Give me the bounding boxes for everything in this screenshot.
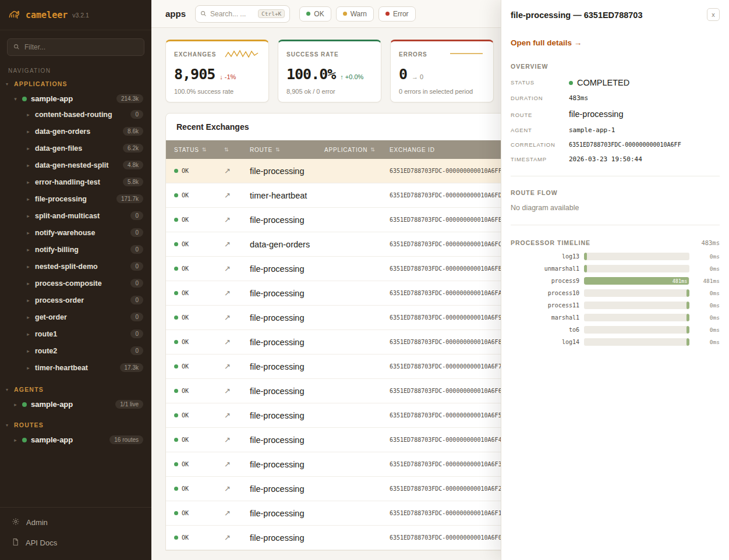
sidebar-item-process-composite[interactable]: ▸process-composite0: [0, 275, 151, 292]
filter-chip-error[interactable]: Error: [378, 6, 416, 22]
filter-chip-ok[interactable]: OK: [299, 6, 331, 22]
open-exchange-icon[interactable]: ↗: [224, 387, 250, 395]
open-exchange-icon[interactable]: ↗: [224, 240, 250, 249]
sidebar-item-process-order[interactable]: ▸process-order0: [0, 292, 151, 309]
chevron-down-icon: ▾: [13, 96, 18, 102]
search-icon: [200, 9, 207, 19]
status-label: OK: [182, 412, 189, 419]
count-badge: 5.8k: [123, 178, 143, 186]
status-cell: OK: [174, 241, 224, 247]
search-box[interactable]: Ctrl+K: [195, 5, 290, 23]
status-cell: OK: [174, 217, 224, 223]
open-exchange-icon[interactable]: ↗: [224, 313, 250, 322]
sidebar-item-nested-split-demo[interactable]: ▸nested-split-demo0: [0, 258, 151, 275]
sidebar-item-notify-billing[interactable]: ▸notify-billing0: [0, 241, 151, 258]
open-exchange-icon[interactable]: ↗: [224, 509, 250, 518]
sidebar-item-sample-app[interactable]: ▾ sample-app 214.3k: [0, 91, 151, 106]
timeline-row: log130ms: [511, 253, 720, 260]
sidebar-item-notify-warehouse[interactable]: ▸notify-warehouse0: [0, 224, 151, 241]
sidebar-item-data-gen-nested-split[interactable]: ▸data-gen-nested-split4.8k: [0, 157, 151, 173]
processor-name: process11: [511, 302, 579, 309]
search-input[interactable]: [210, 10, 254, 18]
sidebar-item-data-gen-files[interactable]: ▸data-gen-files6.2k: [0, 140, 151, 157]
sidebar-section-routes[interactable]: ▾ ROUTES: [0, 417, 151, 433]
sort-icon: ⇅: [224, 147, 229, 153]
status-label: OK: [182, 290, 189, 296]
open-exchange-icon[interactable]: ↗: [224, 460, 250, 469]
count-badge: 0: [130, 211, 143, 220]
errors-sparkline-icon: [449, 48, 485, 63]
chevron-right-icon: ▸: [26, 297, 31, 303]
status-label: OK: [182, 265, 189, 272]
open-exchange-icon[interactable]: ↗: [224, 191, 250, 200]
sidebar-item-label: timer-heartbeat: [35, 364, 116, 372]
route-name: file-processing: [250, 362, 324, 371]
open-exchange-icon[interactable]: ↗: [224, 264, 250, 273]
open-exchange-icon[interactable]: ↗: [224, 338, 250, 346]
open-exchange-icon[interactable]: ↗: [224, 484, 250, 493]
field-label: STATUS: [511, 79, 569, 86]
count-badge: 17.3k: [120, 363, 143, 372]
sidebar-item-file-processing[interactable]: ▸file-processing171.7k: [0, 190, 151, 207]
sidebar-item-label: content-based-routing: [35, 111, 126, 119]
sidebar-item-timer-heartbeat[interactable]: ▸timer-heartbeat17.3k: [0, 359, 151, 376]
card-subtext: 8,905 ok / 0 error: [286, 88, 373, 95]
sidebar-item-route2[interactable]: ▸route20: [0, 342, 151, 359]
sidebar-item-agents-sample-app[interactable]: ▸ sample-app 1/1 live: [0, 397, 151, 412]
open-exchange-icon[interactable]: ↗: [224, 411, 250, 420]
route-name: file-processing: [250, 484, 324, 494]
column-header-status[interactable]: STATUS ⇅: [174, 147, 224, 153]
sidebar-filter[interactable]: [7, 38, 144, 56]
success-rate-delta: ↑ +0.0%: [340, 73, 363, 80]
open-full-details-link[interactable]: Open full details →: [511, 38, 582, 47]
status-ok-dot: [174, 536, 178, 540]
column-header-actions[interactable]: ⇅: [224, 147, 250, 153]
count-badge: 0: [130, 228, 143, 237]
sidebar-item-content-based-routing[interactable]: ▸content-based-routing0: [0, 106, 151, 123]
timeline-row: process110ms: [511, 302, 720, 309]
duration-value: 0ms: [694, 290, 720, 296]
sidebar-item-label: error-handling-test: [35, 178, 119, 186]
status-ok-dot: [174, 462, 178, 466]
sidebar-item-routes-sample-app[interactable]: ▸ sample-app 16 routes: [0, 433, 151, 447]
timeline-track: [584, 253, 689, 260]
gear-icon: [12, 518, 20, 527]
open-exchange-icon[interactable]: ↗: [224, 166, 250, 175]
timeline-bar: [686, 326, 689, 334]
routes-app-name: sample-app: [31, 435, 105, 444]
duration-value: 0ms: [694, 314, 720, 321]
api-docs-link[interactable]: API Docs: [0, 533, 151, 553]
chevron-right-icon: ▸: [26, 314, 31, 320]
open-exchange-icon[interactable]: ↗: [224, 289, 250, 297]
sidebar-item-error-handling-test[interactable]: ▸error-handling-test5.8k: [0, 173, 151, 190]
processor-name: process9: [511, 278, 579, 284]
sidebar-item-route1[interactable]: ▸route10: [0, 325, 151, 342]
status-ok-dot: [174, 218, 178, 222]
filter-chip-warn[interactable]: Warn: [336, 6, 374, 22]
duration-value: 0ms: [694, 253, 720, 260]
close-button[interactable]: x: [707, 8, 720, 21]
sidebar-section-applications[interactable]: ▾ APPLICATIONS: [0, 76, 151, 91]
sidebar-item-data-gen-orders[interactable]: ▸data-gen-orders8.6k: [0, 123, 151, 140]
column-header-route[interactable]: ROUTE ⇅: [250, 147, 324, 153]
status-label: OK: [182, 437, 189, 443]
sidebar-section-agents[interactable]: ▾ AGENTS: [0, 382, 151, 397]
column-header-application[interactable]: APPLICATION ⇅: [324, 147, 390, 153]
card-label: SUCCESS RATE: [286, 51, 339, 58]
page-title: apps: [165, 9, 186, 19]
field-correlation: CORRELATION 6351ED788703FDC-000000000010…: [511, 141, 720, 148]
sidebar-item-get-order[interactable]: ▸get-order0: [0, 309, 151, 325]
divider: [511, 176, 720, 176]
sidebar-item-label: route1: [35, 330, 126, 338]
sidebar-item-split-and-multicast[interactable]: ▸split-and-multicast0: [0, 207, 151, 224]
open-exchange-icon[interactable]: ↗: [224, 533, 250, 542]
timeline-track: [584, 338, 689, 346]
filter-input[interactable]: [24, 43, 138, 51]
open-exchange-icon[interactable]: ↗: [224, 215, 250, 224]
status-value: COMPLETED: [577, 78, 629, 87]
open-exchange-icon[interactable]: ↗: [224, 362, 250, 371]
status-cell: OK: [174, 437, 224, 443]
open-exchange-icon[interactable]: ↗: [224, 435, 250, 444]
admin-link[interactable]: Admin: [0, 512, 151, 533]
timeline-row: process9481ms481ms: [511, 277, 720, 285]
